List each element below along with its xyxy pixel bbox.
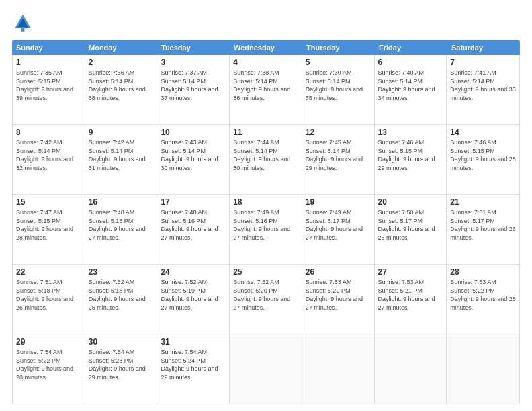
day-info: Sunrise: 7:47 AMSunset: 5:15 PMDaylight:… xyxy=(16,208,81,242)
day-info: Sunrise: 7:53 AMSunset: 5:21 PMDaylight:… xyxy=(378,278,443,312)
day-number: 21 xyxy=(450,197,516,207)
day-cell-24: 24Sunrise: 7:52 AMSunset: 5:19 PMDayligh… xyxy=(157,265,230,334)
day-number: 9 xyxy=(89,128,154,137)
day-info: Sunrise: 7:44 AMSunset: 5:14 PMDaylight:… xyxy=(233,138,298,172)
day-number: 27 xyxy=(378,267,443,277)
day-number: 7 xyxy=(450,58,516,67)
day-cell-22: 22Sunrise: 7:51 AMSunset: 5:18 PMDayligh… xyxy=(13,265,85,334)
day-number: 11 xyxy=(233,128,298,137)
day-info: Sunrise: 7:35 AMSunset: 5:15 PMDaylight:… xyxy=(16,68,81,102)
day-number: 4 xyxy=(233,58,298,67)
day-cell-20: 20Sunrise: 7:50 AMSunset: 5:17 PMDayligh… xyxy=(375,195,447,264)
page: SundayMondayTuesdayWednesdayThursdayFrid… xyxy=(0,0,532,411)
day-cell-5: 5Sunrise: 7:39 AMSunset: 5:14 PMDaylight… xyxy=(302,55,375,124)
header-day-sunday: Sunday xyxy=(12,40,85,55)
day-number: 6 xyxy=(378,58,443,67)
day-number: 16 xyxy=(89,197,154,207)
day-info: Sunrise: 7:42 AMSunset: 5:14 PMDaylight:… xyxy=(16,138,81,172)
header-day-thursday: Thursday xyxy=(302,40,375,55)
day-cell-11: 11Sunrise: 7:44 AMSunset: 5:14 PMDayligh… xyxy=(230,125,302,194)
day-number: 14 xyxy=(450,128,516,137)
day-cell-19: 19Sunrise: 7:49 AMSunset: 5:17 PMDayligh… xyxy=(302,195,375,264)
day-cell-1: 1Sunrise: 7:35 AMSunset: 5:15 PMDaylight… xyxy=(13,55,85,124)
day-info: Sunrise: 7:42 AMSunset: 5:14 PMDaylight:… xyxy=(89,138,154,172)
logo-icon xyxy=(12,12,34,34)
day-number: 1 xyxy=(16,58,81,67)
day-number: 13 xyxy=(378,128,443,137)
header-day-tuesday: Tuesday xyxy=(157,40,230,55)
day-cell-26: 26Sunrise: 7:53 AMSunset: 5:20 PMDayligh… xyxy=(302,265,375,334)
day-number: 28 xyxy=(450,267,516,277)
day-cell-7: 7Sunrise: 7:41 AMSunset: 5:14 PMDaylight… xyxy=(447,55,519,124)
day-info: Sunrise: 7:40 AMSunset: 5:14 PMDaylight:… xyxy=(378,68,443,102)
day-cell-17: 17Sunrise: 7:48 AMSunset: 5:16 PMDayligh… xyxy=(157,195,230,264)
day-cell-10: 10Sunrise: 7:43 AMSunset: 5:14 PMDayligh… xyxy=(157,125,230,194)
empty-cell xyxy=(447,334,519,404)
day-info: Sunrise: 7:52 AMSunset: 5:19 PMDaylight:… xyxy=(161,278,226,312)
day-number: 17 xyxy=(161,197,226,207)
day-info: Sunrise: 7:45 AMSunset: 5:14 PMDaylight:… xyxy=(306,138,371,172)
day-cell-15: 15Sunrise: 7:47 AMSunset: 5:15 PMDayligh… xyxy=(13,195,85,264)
header xyxy=(12,12,520,34)
day-info: Sunrise: 7:49 AMSunset: 5:17 PMDaylight:… xyxy=(306,208,371,242)
day-number: 3 xyxy=(161,58,226,67)
calendar-body: 1Sunrise: 7:35 AMSunset: 5:15 PMDaylight… xyxy=(12,55,520,404)
day-info: Sunrise: 7:52 AMSunset: 5:20 PMDaylight:… xyxy=(233,278,298,312)
day-cell-14: 14Sunrise: 7:46 AMSunset: 5:15 PMDayligh… xyxy=(447,125,519,194)
day-cell-30: 30Sunrise: 7:54 AMSunset: 5:23 PMDayligh… xyxy=(85,334,158,404)
week-row-1: 1Sunrise: 7:35 AMSunset: 5:15 PMDaylight… xyxy=(13,55,519,125)
header-day-wednesday: Wednesday xyxy=(230,40,302,55)
empty-cell xyxy=(302,334,375,404)
day-cell-3: 3Sunrise: 7:37 AMSunset: 5:14 PMDaylight… xyxy=(157,55,230,124)
day-number: 31 xyxy=(161,337,226,347)
day-cell-29: 29Sunrise: 7:54 AMSunset: 5:22 PMDayligh… xyxy=(13,334,85,404)
day-cell-21: 21Sunrise: 7:51 AMSunset: 5:17 PMDayligh… xyxy=(447,195,519,264)
day-cell-2: 2Sunrise: 7:36 AMSunset: 5:14 PMDaylight… xyxy=(85,55,158,124)
week-row-3: 15Sunrise: 7:47 AMSunset: 5:15 PMDayligh… xyxy=(13,195,519,265)
day-info: Sunrise: 7:51 AMSunset: 5:17 PMDaylight:… xyxy=(450,208,516,242)
day-number: 30 xyxy=(89,337,154,347)
day-cell-6: 6Sunrise: 7:40 AMSunset: 5:14 PMDaylight… xyxy=(375,55,447,124)
calendar: SundayMondayTuesdayWednesdayThursdayFrid… xyxy=(12,40,520,404)
header-day-saturday: Saturday xyxy=(447,40,520,55)
day-number: 12 xyxy=(306,128,371,137)
week-row-5: 29Sunrise: 7:54 AMSunset: 5:22 PMDayligh… xyxy=(13,334,519,404)
day-info: Sunrise: 7:54 AMSunset: 5:22 PMDaylight:… xyxy=(16,348,81,381)
day-cell-8: 8Sunrise: 7:42 AMSunset: 5:14 PMDaylight… xyxy=(13,125,85,194)
week-row-2: 8Sunrise: 7:42 AMSunset: 5:14 PMDaylight… xyxy=(13,125,519,195)
day-cell-4: 4Sunrise: 7:38 AMSunset: 5:14 PMDaylight… xyxy=(230,55,302,124)
day-number: 23 xyxy=(89,267,154,277)
day-info: Sunrise: 7:38 AMSunset: 5:14 PMDaylight:… xyxy=(233,68,298,102)
day-info: Sunrise: 7:53 AMSunset: 5:22 PMDaylight:… xyxy=(450,278,516,312)
day-info: Sunrise: 7:36 AMSunset: 5:14 PMDaylight:… xyxy=(89,68,154,102)
day-number: 24 xyxy=(161,267,226,277)
day-number: 22 xyxy=(16,267,81,277)
day-info: Sunrise: 7:54 AMSunset: 5:23 PMDaylight:… xyxy=(89,348,154,381)
day-cell-25: 25Sunrise: 7:52 AMSunset: 5:20 PMDayligh… xyxy=(230,265,302,334)
day-number: 5 xyxy=(306,58,371,67)
day-number: 8 xyxy=(16,128,81,137)
day-info: Sunrise: 7:49 AMSunset: 5:16 PMDaylight:… xyxy=(233,208,298,242)
day-cell-18: 18Sunrise: 7:49 AMSunset: 5:16 PMDayligh… xyxy=(230,195,302,264)
day-info: Sunrise: 7:46 AMSunset: 5:15 PMDaylight:… xyxy=(378,138,443,172)
day-number: 15 xyxy=(16,197,81,207)
week-row-4: 22Sunrise: 7:51 AMSunset: 5:18 PMDayligh… xyxy=(13,265,519,334)
day-number: 20 xyxy=(378,197,443,207)
day-info: Sunrise: 7:46 AMSunset: 5:15 PMDaylight:… xyxy=(450,138,516,172)
day-number: 26 xyxy=(306,267,371,277)
day-info: Sunrise: 7:52 AMSunset: 5:18 PMDaylight:… xyxy=(89,278,154,312)
day-cell-13: 13Sunrise: 7:46 AMSunset: 5:15 PMDayligh… xyxy=(375,125,447,194)
day-info: Sunrise: 7:51 AMSunset: 5:18 PMDaylight:… xyxy=(16,278,81,312)
day-cell-28: 28Sunrise: 7:53 AMSunset: 5:22 PMDayligh… xyxy=(447,265,519,334)
svg-rect-2 xyxy=(21,27,25,31)
day-info: Sunrise: 7:43 AMSunset: 5:14 PMDaylight:… xyxy=(161,138,226,172)
day-cell-31: 31Sunrise: 7:54 AMSunset: 5:24 PMDayligh… xyxy=(157,334,230,404)
calendar-header: SundayMondayTuesdayWednesdayThursdayFrid… xyxy=(12,40,520,55)
day-info: Sunrise: 7:50 AMSunset: 5:17 PMDaylight:… xyxy=(378,208,443,242)
day-info: Sunrise: 7:48 AMSunset: 5:16 PMDaylight:… xyxy=(161,208,226,242)
day-number: 25 xyxy=(233,267,298,277)
day-number: 19 xyxy=(306,197,371,207)
day-number: 2 xyxy=(89,58,154,67)
day-info: Sunrise: 7:48 AMSunset: 5:15 PMDaylight:… xyxy=(89,208,154,242)
day-number: 10 xyxy=(161,128,226,137)
